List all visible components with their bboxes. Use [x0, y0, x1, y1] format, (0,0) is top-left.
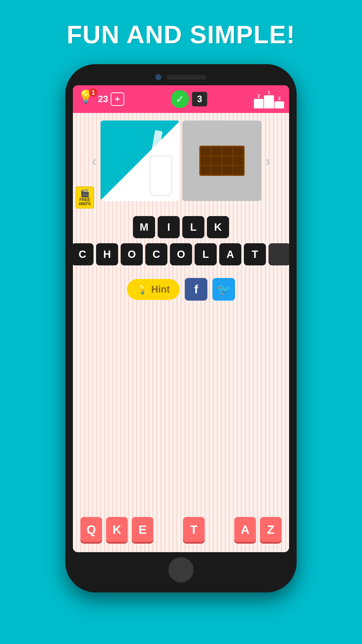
game-header: 💡 1 23 + ✓ 3 2 1	[73, 85, 289, 113]
letter-tile-C: C	[73, 243, 94, 265]
letter-tile-L: L	[195, 243, 217, 265]
podium-second-block	[254, 99, 263, 108]
letter-tile-H: H	[96, 243, 118, 265]
coin-count: 23	[98, 94, 108, 104]
middle-spacer	[73, 306, 289, 512]
letter-tile-C2: C	[145, 243, 167, 265]
letter-tile-O1: O	[121, 243, 143, 265]
next-arrow[interactable]: ›	[261, 152, 274, 170]
correct-check-icon: ✓	[171, 90, 189, 108]
facebook-icon: f	[194, 283, 198, 296]
header-center: ✓ 3	[171, 90, 207, 108]
phone-home-button[interactable]	[168, 557, 194, 582]
key-Q[interactable]: Q	[80, 517, 102, 542]
key-empty-2	[209, 517, 230, 542]
letter-tile-I: I	[158, 216, 180, 238]
key-Z[interactable]: Z	[260, 517, 282, 542]
letter-tile-empty	[268, 243, 289, 265]
letter-tile-K: K	[207, 216, 229, 238]
add-coins-button[interactable]: +	[111, 92, 124, 106]
key-K[interactable]: K	[106, 517, 128, 542]
free-hints-badge[interactable]: 🎬 FREE HINTS	[75, 186, 94, 209]
phone-top-bar	[73, 74, 289, 80]
milk-pour-visual	[152, 130, 162, 151]
letter-tile-L: L	[182, 216, 204, 238]
podium-first: 1	[264, 90, 274, 108]
hint-button[interactable]: 💡 Hint	[127, 279, 180, 300]
letter-tile-A: A	[219, 243, 241, 265]
free-hints-text2: HINTS	[79, 202, 91, 206]
free-hints-text1: FREE	[79, 197, 90, 202]
key-empty-1	[157, 517, 179, 542]
word-display: M I L K C H O C O L A T	[73, 209, 289, 273]
hint-bulb-icon: 💡	[137, 284, 148, 295]
podium-third-label: 3	[278, 96, 281, 101]
podium-second: 2	[254, 94, 263, 108]
letter-tile-O2: O	[170, 243, 192, 265]
twitter-icon: 🐦	[217, 283, 231, 296]
facebook-button[interactable]: f	[185, 278, 207, 301]
letter-tile-M: M	[133, 216, 155, 238]
prev-arrow[interactable]: ‹	[88, 152, 101, 170]
correct-count: 3	[192, 92, 207, 106]
bulb-badge: 💡 1	[78, 90, 96, 108]
phone-screen: 💡 1 23 + ✓ 3 2 1	[73, 85, 289, 552]
letter-keyboard: Q K E T A Z	[73, 512, 289, 552]
page-title: FUN AND SIMPLE!	[67, 20, 295, 49]
header-left: 💡 1 23 +	[78, 90, 124, 108]
header-right[interactable]: 2 1 3	[254, 90, 284, 108]
image-section: ‹	[73, 113, 289, 209]
hint-button-label: Hint	[151, 284, 170, 295]
word-row-2: C H O C O L A T	[73, 243, 289, 265]
images-container	[101, 120, 261, 201]
phone-speaker	[166, 75, 207, 79]
twitter-button[interactable]: 🐦	[212, 278, 235, 301]
letter-tile-T: T	[244, 243, 266, 265]
phone-frame: 💡 1 23 + ✓ 3 2 1	[65, 64, 297, 592]
podium-icon[interactable]: 2 1 3	[254, 90, 284, 108]
front-camera	[155, 74, 161, 80]
podium-first-label: 1	[268, 90, 270, 95]
podium-first-block	[264, 95, 274, 108]
podium-third: 3	[275, 96, 284, 108]
chocolate-bar-visual	[199, 146, 245, 176]
bulb-count: 1	[89, 88, 98, 97]
word-row-1: M I L K	[133, 216, 229, 238]
milk-image	[101, 120, 180, 201]
key-A[interactable]: A	[234, 517, 256, 542]
milk-glass-visual	[150, 156, 172, 196]
key-T[interactable]: T	[183, 517, 205, 542]
key-E[interactable]: E	[132, 517, 153, 542]
action-buttons: 💡 Hint f 🐦	[73, 273, 289, 306]
chocolate-image	[182, 120, 261, 201]
film-icon: 🎬	[80, 189, 89, 197]
podium-third-block	[275, 101, 284, 108]
podium-second-label: 2	[257, 94, 260, 99]
keyboard-row-1: Q K E T A Z	[80, 517, 282, 542]
